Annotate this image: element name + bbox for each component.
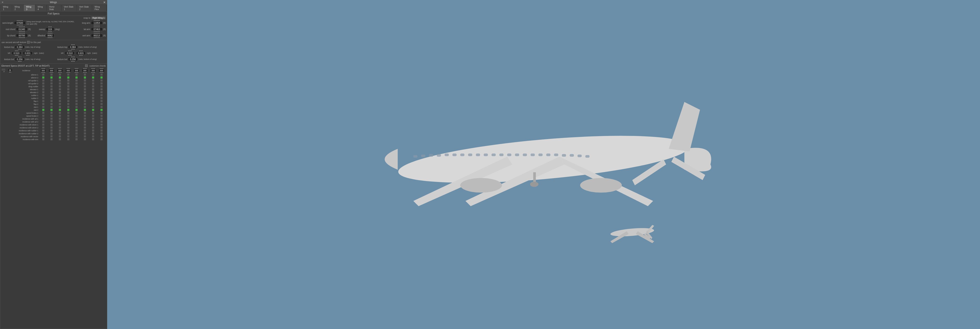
cell[interactable] — [56, 109, 64, 111]
cell[interactable] — [81, 103, 89, 106]
cell[interactable] — [89, 129, 97, 132]
cell[interactable] — [39, 94, 48, 97]
use-second-checkbox[interactable] — [27, 41, 30, 43]
cell[interactable] — [89, 79, 97, 82]
cell[interactable] — [81, 88, 89, 91]
texture-bot-right-input[interactable] — [68, 57, 78, 61]
cell[interactable] — [39, 100, 48, 103]
cell[interactable] — [81, 94, 89, 97]
cell[interactable] — [97, 97, 106, 100]
cell[interactable] — [97, 121, 106, 123]
cell[interactable] — [48, 111, 56, 114]
cell[interactable] — [72, 123, 81, 126]
cell[interactable] — [48, 94, 56, 97]
cell[interactable] — [64, 123, 73, 126]
sweep-input[interactable] — [46, 27, 54, 31]
cell[interactable] — [39, 106, 48, 109]
cell[interactable] — [64, 114, 73, 118]
cell[interactable] — [64, 97, 73, 100]
cell[interactable] — [56, 129, 64, 132]
cell[interactable] — [72, 121, 81, 123]
tab-wing3[interactable]: Wing 3 — [24, 5, 35, 11]
cell[interactable] — [56, 126, 64, 129]
tab-wing1[interactable]: Wing 1 — [1, 5, 12, 11]
cell[interactable] — [48, 138, 56, 141]
cell[interactable] — [81, 97, 89, 100]
cell[interactable] — [97, 76, 106, 79]
cell[interactable] — [64, 121, 73, 123]
cell[interactable] — [89, 109, 97, 111]
cell[interactable] — [64, 76, 73, 79]
cell[interactable] — [81, 135, 89, 138]
cell[interactable] — [97, 114, 106, 118]
cell[interactable] — [89, 82, 97, 85]
cell[interactable] — [81, 100, 89, 103]
cell[interactable] — [39, 138, 48, 141]
cell[interactable] — [72, 103, 81, 106]
cell[interactable] — [97, 88, 106, 91]
cell[interactable] — [89, 100, 97, 103]
cell[interactable] — [64, 129, 73, 132]
cell[interactable] — [56, 138, 64, 141]
tab-wing2[interactable]: Wing 2 — [12, 5, 23, 11]
tab-horiz-stab[interactable]: Horiz Stab — [47, 5, 61, 11]
cell[interactable] — [81, 114, 89, 118]
cell[interactable] — [72, 82, 81, 85]
cell[interactable] — [64, 111, 73, 114]
cell[interactable] — [72, 100, 81, 103]
cell[interactable] — [72, 88, 81, 91]
cell[interactable] — [56, 100, 64, 103]
cell[interactable] — [48, 82, 56, 85]
cell[interactable] — [39, 118, 48, 121]
cell[interactable] — [56, 88, 64, 91]
left2-input[interactable] — [65, 51, 75, 55]
cell[interactable] — [72, 135, 81, 138]
cell[interactable] — [39, 88, 48, 91]
cell[interactable] — [81, 109, 89, 111]
texture-top-right-input[interactable] — [68, 45, 78, 49]
cell[interactable] — [97, 135, 106, 138]
cell[interactable] — [64, 118, 73, 121]
col4-input[interactable] — [73, 69, 80, 72]
cell[interactable] — [81, 106, 89, 109]
long-arm-input[interactable] — [91, 21, 103, 25]
cell[interactable] — [72, 132, 81, 135]
cell[interactable] — [72, 129, 81, 132]
cell[interactable] — [39, 132, 48, 135]
cell[interactable] — [56, 135, 64, 138]
cell[interactable] — [39, 123, 48, 126]
cell[interactable] — [48, 118, 56, 121]
cell[interactable] — [56, 97, 64, 100]
col1-input[interactable] — [49, 69, 54, 72]
cell[interactable] — [72, 73, 81, 76]
cell[interactable] — [64, 79, 73, 82]
num-input[interactable] — [8, 69, 13, 72]
cell[interactable] — [89, 106, 97, 109]
cell[interactable] — [89, 94, 97, 97]
cell[interactable] — [97, 94, 106, 97]
cell[interactable] — [81, 126, 89, 129]
cell[interactable] — [64, 100, 73, 103]
cell[interactable] — [81, 91, 89, 94]
right2-input[interactable] — [76, 51, 86, 55]
cell[interactable] — [72, 91, 81, 94]
texture-bot-left-input[interactable] — [15, 57, 24, 61]
cell[interactable] — [39, 121, 48, 123]
lat-arm-input[interactable] — [91, 27, 103, 31]
cell[interactable] — [89, 73, 97, 76]
right-input1[interactable] — [23, 51, 32, 55]
cell[interactable] — [56, 85, 64, 88]
cell[interactable] — [39, 76, 48, 79]
cell[interactable] — [48, 123, 56, 126]
cell[interactable] — [72, 111, 81, 114]
cell[interactable] — [64, 73, 73, 76]
cell[interactable] — [89, 135, 97, 138]
col6-input[interactable] — [90, 69, 96, 72]
cell[interactable] — [56, 123, 64, 126]
cell[interactable] — [48, 135, 56, 138]
cell[interactable] — [64, 138, 73, 141]
cell[interactable] — [56, 118, 64, 121]
tab-wing-flex[interactable]: Wing Flex — [92, 5, 106, 11]
cell[interactable] — [48, 129, 56, 132]
cell[interactable] — [64, 126, 73, 129]
